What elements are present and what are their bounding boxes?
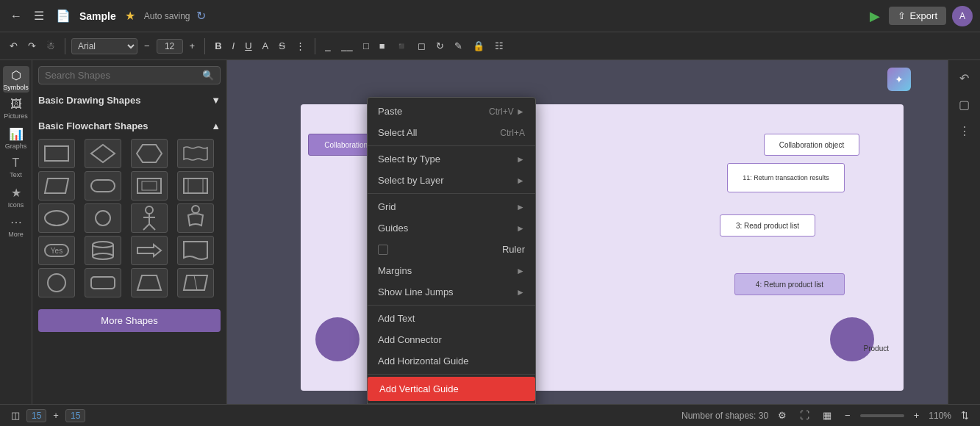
svg-rect-7	[184, 178, 207, 193]
shape-stripe[interactable]	[177, 268, 214, 297]
zoom-in-button[interactable]: +	[910, 408, 923, 423]
shape-stadium[interactable]	[85, 171, 121, 201]
redo-button[interactable]: ↷	[24, 38, 40, 54]
menu-item-add-connector[interactable]: Add Connector	[368, 329, 535, 350]
more-toolbar-button[interactable]: ☷	[491, 38, 507, 54]
font-increase-button[interactable]: +	[186, 38, 199, 54]
line-width-button[interactable]: ⎯⎯	[337, 38, 357, 54]
avatar[interactable]: A	[952, 6, 973, 26]
shape-circle[interactable]	[85, 203, 121, 233]
sidebar-item-pictures[interactable]: 🖼 Pictures	[3, 95, 29, 122]
shape-btn-3[interactable]: ◻	[414, 38, 429, 54]
canvas-area[interactable]: Collaboration o... Collaboration object …	[227, 60, 948, 404]
add-page-button[interactable]: +	[49, 408, 62, 423]
sidebar-item-more[interactable]: ⋯ More	[3, 213, 29, 239]
shape-doc[interactable]	[177, 236, 214, 265]
star-icon[interactable]: ★	[122, 7, 138, 24]
shape-rounded-rect[interactable]	[85, 268, 121, 297]
menu-item-grid[interactable]: Grid ►	[368, 196, 535, 217]
back-button[interactable]: ←	[7, 8, 25, 24]
menu-item-select-by-layer[interactable]: Select by Layer ►	[368, 170, 535, 191]
more-shapes-button[interactable]: More Shapes	[38, 309, 221, 332]
svg-point-10	[45, 211, 68, 225]
symbols-icon: ⬡	[11, 68, 21, 82]
shape-ellipse[interactable]	[38, 203, 75, 233]
sidebar-item-icons[interactable]: ★ Icons	[3, 184, 29, 210]
menu-item-select-by-type[interactable]: Select by Type ►	[368, 148, 535, 170]
basic-drawing-header[interactable]: Basic Drawing Shapes ▼	[38, 90, 221, 110]
font-select[interactable]: Arial	[71, 38, 137, 54]
shape-cylinder[interactable]	[85, 236, 121, 265]
fit-button[interactable]: ⛶	[796, 408, 813, 423]
sidebar-item-graphs[interactable]: 📊 Graphs	[3, 125, 29, 151]
toggle-panel-button[interactable]: ◫	[7, 408, 24, 423]
font-decrease-button[interactable]: −	[140, 38, 154, 54]
menu-item-add-horizontal-guide[interactable]: Add Horizontal Guide	[368, 350, 535, 372]
align-button[interactable]: ⋮	[292, 38, 309, 54]
svg-rect-4	[91, 180, 115, 192]
search-input[interactable]	[45, 70, 199, 81]
line-style-button[interactable]: ⎯	[321, 38, 335, 54]
right-icon-grid[interactable]: ⋮	[953, 119, 976, 142]
svg-point-17	[192, 206, 199, 213]
rotate-button[interactable]: ↻	[432, 38, 448, 54]
settings-icon-button[interactable]: ⚙	[774, 408, 790, 423]
basic-flowchart-header[interactable]: Basic Flowchart Shapes ▲	[38, 116, 221, 136]
menu-item-show-line-jumps[interactable]: Show Line Jumps ►	[368, 281, 535, 303]
edit-button[interactable]: ✎	[451, 38, 466, 54]
undo-button[interactable]: ↶	[6, 38, 21, 54]
play-button[interactable]: ▶	[867, 7, 883, 26]
shape-person[interactable]	[131, 203, 168, 233]
shape-parallelogram[interactable]	[38, 171, 75, 201]
menu-item-guides[interactable]: Guides ►	[368, 217, 535, 239]
app-title: Sample	[79, 10, 116, 22]
strikethrough-button[interactable]: S	[275, 38, 289, 54]
shape-rect[interactable]	[38, 139, 75, 168]
font-size-input[interactable]	[157, 39, 183, 54]
zoom-out-button[interactable]: −	[841, 408, 854, 423]
menu-item-paste[interactable]: Paste Ctrl+V ►	[368, 101, 535, 122]
svg-line-16	[149, 224, 155, 230]
border-button[interactable]: □	[360, 38, 373, 54]
underline-button[interactable]: U	[241, 38, 255, 54]
shape-hexagon[interactable]	[131, 139, 168, 168]
menu-item-select-all[interactable]: Select All Ctrl+A	[368, 122, 535, 143]
right-icon-cursor[interactable]: ↶	[953, 66, 976, 90]
shape-subprocess[interactable]	[131, 171, 168, 201]
shape-circle2[interactable]	[38, 268, 75, 297]
bold-button[interactable]: B	[211, 38, 225, 54]
shape-trapezoid[interactable]	[131, 268, 168, 297]
diag-product: Product	[864, 344, 889, 353]
shape-diamond[interactable]	[85, 139, 121, 168]
fill-button[interactable]: ■	[376, 38, 389, 54]
right-icon-page[interactable]: ▢	[953, 93, 976, 116]
canvas-background: Collaboration o... Collaboration object …	[227, 60, 948, 404]
lock-button[interactable]: 🔒	[469, 38, 488, 54]
diag-circle1	[315, 317, 360, 361]
ai-badge[interactable]: ✦	[887, 68, 911, 91]
sidebar-item-symbols[interactable]: ⬡ Symbols	[3, 66, 29, 93]
font-color-button[interactable]: A	[259, 38, 273, 54]
split-button[interactable]: ▦	[819, 408, 835, 423]
grid-label: Grid	[378, 201, 396, 212]
menu-item-add-vertical-guide[interactable]: Add Vertical Guide	[368, 377, 535, 401]
shape-wave-rect[interactable]	[177, 139, 214, 168]
format-paint-button[interactable]: ☃	[43, 38, 59, 54]
shape-actor[interactable]	[177, 203, 214, 233]
menu-item-add-text[interactable]: Add Text	[368, 308, 535, 329]
shape-btn-2[interactable]: ◾	[392, 38, 411, 54]
shape-arrow-right[interactable]	[131, 236, 168, 265]
page-right: 15	[65, 409, 85, 422]
svg-point-20	[93, 242, 113, 248]
menu-item-margins[interactable]: Margins ►	[368, 260, 535, 281]
shape-ext-rect[interactable]	[177, 171, 214, 201]
file-icon[interactable]: 📄	[53, 7, 74, 24]
menu-item-ruler[interactable]: Ruler	[368, 239, 535, 260]
zoom-reset-button[interactable]: ⇅	[957, 408, 973, 423]
menu-button[interactable]: ☰	[31, 7, 47, 24]
topbar: ← ☰ 📄 Sample ★ Auto saving ↻ ▶ ⇧ Export …	[0, 0, 980, 32]
sidebar-item-text[interactable]: T Text	[3, 154, 29, 181]
shape-yes-btn[interactable]: Yes	[38, 236, 75, 265]
export-button[interactable]: ⇧ Export	[889, 7, 946, 25]
italic-button[interactable]: I	[229, 38, 239, 54]
